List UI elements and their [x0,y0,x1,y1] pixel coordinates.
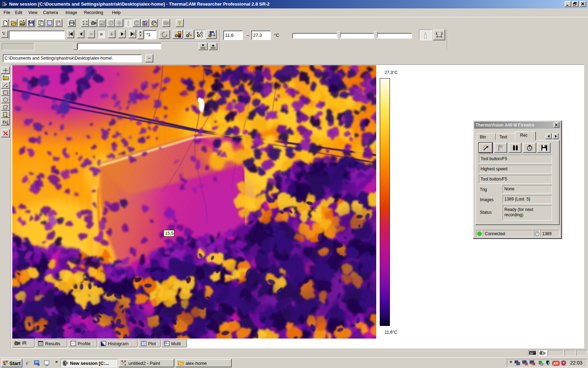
svg-text:15,5: 15,5 [165,231,174,236]
svg-text:f(x): f(x) [2,120,8,124]
svg-text:%: % [189,34,192,37]
svg-text:?: ? [178,20,181,26]
svg-text:e: e [26,360,28,366]
svg-text:img: img [21,23,24,25]
svg-text:STOP: STOP [135,22,140,24]
svg-text:22.1: 22.1 [48,23,51,25]
svg-text:ATI: ATI [553,362,558,365]
svg-text:22.7: 22.7 [4,77,9,80]
